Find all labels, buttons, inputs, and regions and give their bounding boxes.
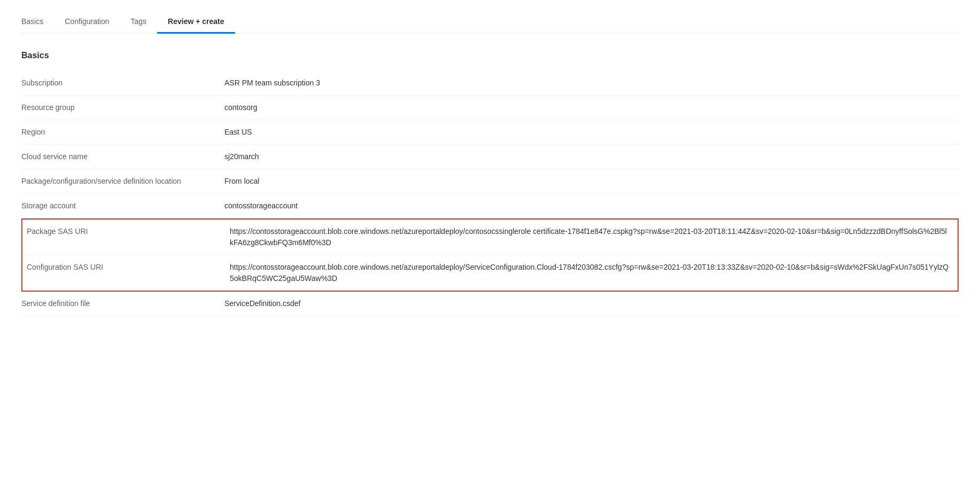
rows-container: Subscription ASR PM team subscription 3 … — [21, 71, 959, 316]
row-package-sas-uri: Package SAS URI https://contosstorageacc… — [22, 220, 958, 255]
value-configuration-sas-uri: https://contosstorageaccount.blob.core.w… — [225, 255, 958, 291]
tab-review-create[interactable]: Review + create — [157, 11, 235, 34]
page-container: Basics Configuration Tags Review + creat… — [0, 0, 980, 501]
label-configuration-sas-uri: Configuration SAS URI — [22, 255, 225, 291]
label-subscription: Subscription — [21, 71, 224, 95]
row-cloud-service-name: Cloud service name sj20march — [21, 145, 959, 169]
label-cloud-service-name: Cloud service name — [21, 145, 224, 169]
tab-basics[interactable]: Basics — [21, 11, 54, 34]
label-storage-account: Storage account — [21, 194, 224, 218]
section-title: Basics — [21, 51, 959, 60]
value-resource-group: contosorg — [224, 96, 959, 120]
row-resource-group: Resource group contosorg — [21, 96, 959, 120]
value-cloud-service-name: sj20march — [224, 145, 959, 169]
value-package-config-location: From local — [224, 169, 959, 193]
value-storage-account: contosstorageaccount — [224, 194, 959, 218]
label-package-sas-uri: Package SAS URI — [22, 220, 225, 255]
highlighted-sas-block: Package SAS URI https://contosstorageacc… — [21, 218, 959, 292]
value-service-definition-file: ServiceDefinition.csdef — [224, 292, 959, 316]
tab-tags[interactable]: Tags — [120, 11, 158, 34]
value-region: East US — [224, 120, 959, 144]
row-subscription: Subscription ASR PM team subscription 3 — [21, 71, 959, 96]
value-subscription: ASR PM team subscription 3 — [224, 71, 959, 95]
row-configuration-sas-uri: Configuration SAS URI https://contosstor… — [22, 255, 958, 291]
label-service-definition-file: Service definition file — [21, 292, 224, 316]
row-package-config-location: Package/configuration/service definition… — [21, 169, 959, 194]
label-package-config-location: Package/configuration/service definition… — [21, 169, 224, 193]
label-resource-group: Resource group — [21, 96, 224, 120]
row-region: Region East US — [21, 120, 959, 145]
tab-navigation: Basics Configuration Tags Review + creat… — [21, 11, 959, 34]
tab-configuration[interactable]: Configuration — [54, 11, 120, 34]
row-storage-account: Storage account contosstorageaccount — [21, 194, 959, 218]
value-package-sas-uri: https://contosstorageaccount.blob.core.w… — [225, 220, 958, 255]
label-region: Region — [21, 120, 224, 144]
row-service-definition-file: Service definition file ServiceDefinitio… — [21, 292, 959, 316]
